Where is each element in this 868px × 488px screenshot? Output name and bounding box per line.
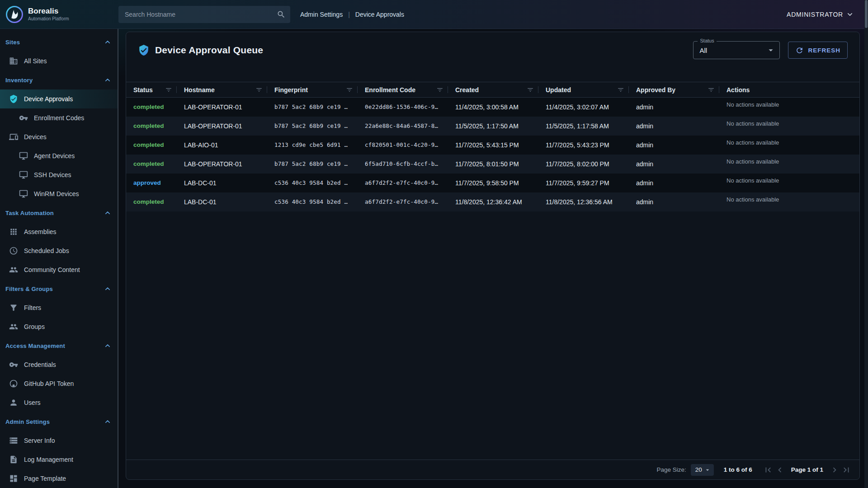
filter-icon[interactable] (346, 86, 353, 94)
shield-check-icon (9, 94, 18, 103)
table-row[interactable]: approved LAB-DC-01 c536 40c3 9584 b2ed …… (126, 174, 859, 192)
table-row[interactable]: completed LAB-AIO-01 1213 cd9e cbe5 6d91… (126, 136, 859, 155)
page-text: Page 1 of 1 (791, 466, 823, 473)
column-header-enrollment-code[interactable]: Enrollment Code (358, 82, 448, 98)
cell-created: 11/7/2025, 9:58:50 PM (448, 174, 538, 192)
refresh-button[interactable]: REFRESH (788, 42, 848, 59)
sidebar-item-groups[interactable]: Groups (0, 317, 118, 336)
cell-updated: 11/5/2025, 1:17:58 AM (538, 117, 629, 136)
table-row[interactable]: completed LAB-DC-01 c536 40c3 9584 b2ed … (126, 192, 859, 211)
sidebar-item-label: All Sites (24, 57, 47, 65)
search-input[interactable] (125, 11, 277, 18)
cell-approved-by: admin (629, 98, 719, 117)
user-menu[interactable]: ADMINISTRATOR (787, 10, 854, 19)
sidebar-item-enrollment-codes[interactable]: Enrollment Codes (0, 108, 118, 127)
sidebar-item-filters[interactable]: Filters (0, 298, 118, 317)
github-icon (9, 379, 18, 388)
column-header-status[interactable]: Status (126, 82, 177, 98)
status-filter-label: Status (698, 38, 716, 43)
refresh-label: REFRESH (808, 47, 840, 54)
sidebar-item-label: Users (24, 399, 41, 406)
sidebar-section-access-management[interactable]: Access Management (0, 336, 118, 355)
page-size-select[interactable]: 20 (691, 464, 714, 476)
cell-fingerprint: c536 40c3 9584 b2ed … (267, 192, 358, 211)
sidebar-section-filters-groups[interactable]: Filters & Groups (0, 279, 118, 298)
sidebar-section-admin-settings[interactable]: Admin Settings (0, 412, 118, 431)
cell-enrollment-code: 6f5ad710-6cfb-4ccf-b… (358, 155, 448, 174)
sidebar-item-server-info[interactable]: Server Info (0, 431, 118, 450)
previous-page-button[interactable] (774, 464, 786, 476)
sidebar-item-devices[interactable]: Devices (0, 127, 118, 146)
column-header-updated[interactable]: Updated (538, 82, 629, 98)
sidebar-item-label: WinRM Devices (34, 190, 79, 197)
column-header-hostname[interactable]: Hostname (177, 82, 267, 98)
scrollbar-thumb[interactable] (865, 0, 868, 28)
table-row[interactable]: completed LAB-OPERATOR-01 b787 5ac2 68b9… (126, 98, 859, 117)
sidebar-item-credentials[interactable]: Credentials (0, 355, 118, 374)
cell-updated: 11/8/2025, 12:36:56 AM (538, 192, 629, 211)
table-row[interactable]: completed LAB-OPERATOR-01 b787 5ac2 68b9… (126, 155, 859, 174)
page-scrollbar[interactable] (864, 0, 868, 488)
sidebar-item-page-template[interactable]: Page Template (0, 469, 118, 488)
brand-tagline: Automation Platform (28, 16, 69, 22)
cell-created: 11/8/2025, 12:36:42 AM (448, 192, 538, 211)
sidebar-item-github-api-token[interactable]: GitHub API Token (0, 374, 118, 393)
cell-hostname: LAB-AIO-01 (177, 136, 267, 155)
sidebar-section-sites[interactable]: Sites (0, 33, 118, 52)
status-filter-select[interactable]: Status All (693, 41, 780, 59)
sidebar-item-device-approvals[interactable]: Device Approvals (0, 89, 118, 108)
filter-icon[interactable] (255, 86, 263, 94)
next-page-button[interactable] (829, 464, 840, 476)
last-page-button[interactable] (840, 464, 852, 476)
cell-fingerprint: 1213 cd9e cbe5 6d91 … (267, 136, 358, 155)
filter-icon[interactable] (165, 86, 172, 94)
column-header-fingerprint[interactable]: Fingerprint (267, 82, 358, 98)
sidebar-item-community-content[interactable]: Community Content (0, 260, 118, 279)
filter-icon[interactable] (617, 86, 624, 94)
breadcrumb: Admin Settings | Device Approvals (300, 11, 404, 18)
chevron-up-icon (103, 208, 112, 217)
chevron-up-icon (103, 341, 112, 350)
search-icon[interactable] (277, 10, 286, 19)
cell-fingerprint: c536 40c3 9584 b2ed … (267, 174, 358, 192)
cell-updated: 11/7/2025, 9:59:27 PM (538, 174, 629, 192)
sidebar-item-all-sites[interactable]: All Sites (0, 52, 118, 70)
sidebar-item-ssh-devices[interactable]: SSH Devices (0, 165, 118, 184)
sidebar-item-assemblies[interactable]: Assemblies (0, 222, 118, 241)
search-box[interactable] (118, 6, 290, 23)
first-page-button[interactable] (762, 464, 774, 476)
grid-icon (9, 227, 18, 236)
cell-created: 11/4/2025, 3:00:58 AM (448, 98, 538, 117)
funnel-icon (9, 303, 18, 312)
cell-created: 11/5/2025, 1:17:50 AM (448, 117, 538, 136)
column-header-created[interactable]: Created (448, 82, 538, 98)
sidebar-item-users[interactable]: Users (0, 393, 118, 412)
sidebar-item-agent-devices[interactable]: Agent Devices (0, 146, 118, 165)
breadcrumb-device-approvals[interactable]: Device Approvals (355, 11, 404, 18)
filter-icon[interactable] (708, 86, 715, 94)
monitor-icon (19, 170, 28, 179)
cell-hostname: LAB-DC-01 (177, 192, 267, 211)
column-header-approved-by[interactable]: Approved By (629, 82, 719, 98)
sidebar-item-label: Groups (24, 323, 45, 330)
chevron-up-icon (103, 38, 112, 47)
table-row[interactable]: completed LAB-OPERATOR-01 b787 5ac2 68b9… (126, 117, 859, 136)
sidebar-item-scheduled-jobs[interactable]: Scheduled Jobs (0, 241, 118, 260)
refresh-icon (795, 46, 804, 55)
filter-icon[interactable] (527, 86, 534, 94)
sidebar-item-log-management[interactable]: Log Management (0, 450, 118, 469)
sidebar-section-task-automation[interactable]: Task Automation (0, 203, 118, 222)
sidebar-item-winrm-devices[interactable]: WinRM Devices (0, 184, 118, 203)
filter-icon[interactable] (436, 86, 443, 94)
sidebar-item-label: Page Template (24, 475, 66, 482)
sidebar: Sites All Sites Inventory Device Approva… (0, 29, 118, 488)
borealis-logo (5, 5, 24, 23)
breadcrumb-admin-settings[interactable]: Admin Settings (300, 11, 343, 18)
cell-enrollment-code: a6f7d2f2-e7fc-40c0-9… (358, 192, 448, 211)
people-icon (9, 265, 18, 274)
cell-updated: 11/7/2025, 8:02:00 PM (538, 155, 629, 174)
cell-actions: No actions available (719, 136, 859, 155)
page-size-label: Page Size: (656, 466, 686, 473)
brand-name: Borealis (28, 7, 69, 16)
sidebar-section-inventory[interactable]: Inventory (0, 70, 118, 89)
